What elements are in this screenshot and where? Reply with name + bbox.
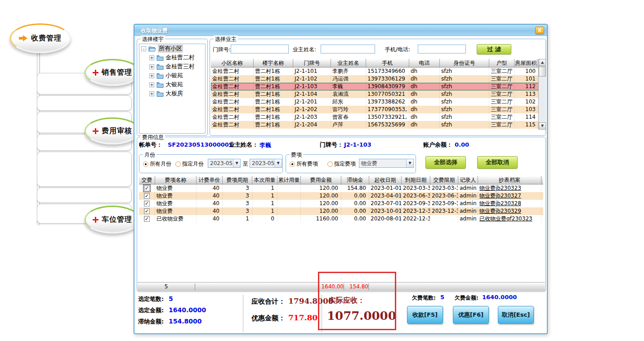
tree-expander[interactable]: + bbox=[149, 91, 154, 96]
cancel-button[interactable]: 取消[Esc] bbox=[498, 306, 534, 324]
pay-checkbox[interactable]: ✓ bbox=[144, 216, 150, 222]
owner-column-header[interactable]: 房屋面积 bbox=[514, 59, 537, 67]
owner-cell: dh bbox=[409, 90, 440, 98]
filter-button[interactable]: 过 滤 bbox=[477, 44, 511, 54]
owner-cell: J2-1-204 bbox=[293, 121, 331, 129]
discount-button[interactable]: 优惠[F6] bbox=[453, 306, 489, 324]
owner-row[interactable]: 金桂曹二村曹二村1栋J2-1-202雷巧玲17377090353, 158dhs… bbox=[211, 106, 546, 113]
fee-cell: 2023-03-31 bbox=[402, 184, 430, 192]
fee-column-header[interactable]: 到期日期 bbox=[402, 176, 430, 184]
tree-node[interactable]: +大板房 bbox=[139, 89, 205, 98]
nav-bubble-sales-management[interactable]: 销售管理 bbox=[85, 59, 140, 86]
tree-node[interactable]: +小银苑 bbox=[139, 71, 205, 80]
owner-column-header[interactable]: 业主姓名 bbox=[331, 59, 366, 67]
menu-rail bbox=[37, 188, 132, 203]
fee-column-header[interactable]: 累计用量 bbox=[277, 176, 301, 184]
fee-column-header[interactable]: 计费单价 bbox=[197, 176, 223, 184]
pay-checkbox[interactable]: ✓ bbox=[144, 185, 150, 191]
tree-node[interactable]: +大银苑 bbox=[139, 80, 205, 89]
tree-expander[interactable]: + bbox=[149, 82, 154, 87]
owner-row[interactable]: 金桂曹二村曹二村1栋J2-1-101李鹏齐15173349660dhsfzh三室… bbox=[211, 67, 546, 75]
owner-column-header[interactable]: 电话 bbox=[409, 59, 440, 67]
fee-column-header[interactable]: 记录人 bbox=[458, 176, 478, 184]
owner-row[interactable]: 金桂曹二村曹二村1栋J2-1-102冯运强13973306129dhsfzh三室… bbox=[211, 75, 546, 83]
fee-cell: 1160.00 bbox=[301, 215, 341, 223]
owner-column-header[interactable]: 楼宇名称 bbox=[254, 59, 293, 67]
status-count: 5 bbox=[138, 283, 195, 290]
nav-bubble-fee-audit[interactable]: 费用审核 bbox=[85, 117, 140, 144]
fee-row[interactable]: ✓物业费4031120.000.002023-07-012023-09-3020… bbox=[139, 200, 543, 207]
fee-cell: 2023-09-30 bbox=[402, 200, 430, 207]
owner-row[interactable]: 金桂曹二村曹二村1栋J2-1-104袁湘流13077050321dhsfzh三室… bbox=[211, 90, 546, 98]
nav-bubble-parking-management[interactable]: 车位管理 bbox=[85, 206, 140, 233]
owner-row[interactable]: 金桂曹二村曹二村1栋J2-1-203曾富春13507332921, 139dhs… bbox=[211, 113, 546, 121]
scrollbar-thumb[interactable] bbox=[539, 67, 546, 76]
owner-table-scrollbar[interactable]: ▲▼ bbox=[538, 59, 546, 130]
tree-node[interactable]: +金桂曹二村 bbox=[139, 53, 205, 62]
fee-column-header[interactable]: 费用金额 bbox=[301, 176, 341, 184]
all-items-radio[interactable]: 所有费项 bbox=[290, 160, 318, 168]
close-icon[interactable]: X bbox=[535, 27, 544, 34]
fee-column-header[interactable]: 起收日期 bbox=[369, 176, 402, 184]
fee-column-header[interactable]: 费项周期 bbox=[223, 176, 252, 184]
scroll-up-icon[interactable]: ▲ bbox=[539, 59, 546, 66]
fee-cell: 3 bbox=[223, 184, 252, 192]
specified-items-radio[interactable]: 指定费项 bbox=[327, 160, 356, 168]
folder-icon bbox=[157, 73, 164, 79]
tree-expander[interactable]: + bbox=[149, 55, 154, 60]
all-months-radio[interactable]: 所有月份 bbox=[143, 160, 171, 168]
tree-expander[interactable]: - bbox=[141, 46, 146, 51]
fee-cell: 40 bbox=[197, 192, 223, 200]
fee-cell bbox=[277, 207, 301, 215]
move-cross-icon bbox=[93, 70, 98, 76]
fee-item-select[interactable]: 物业费 ▼ bbox=[359, 159, 414, 168]
tree-node-root[interactable]: -所有小区 bbox=[139, 44, 205, 53]
pay-checkbox[interactable]: ✓ bbox=[144, 193, 150, 199]
pay-checkbox[interactable]: ✓ bbox=[144, 201, 150, 206]
scroll-down-icon[interactable]: ▼ bbox=[539, 122, 546, 130]
owner-row[interactable]: 金桂曹二村曹二村1栋J2-1-201邱东13973388262dhsfzh三室二… bbox=[211, 98, 546, 106]
collect-button[interactable]: 收款[F5] bbox=[407, 306, 443, 324]
fee-column-header[interactable]: 抄表档案 bbox=[478, 176, 541, 184]
fee-row[interactable]: ✓物业费4031120.00154.802023-01-012023-03-31… bbox=[139, 184, 543, 192]
select-all-button[interactable]: 全部选择 bbox=[425, 156, 466, 169]
tree-expander[interactable]: + bbox=[149, 73, 154, 78]
fee-column-header[interactable]: 交费限期 bbox=[430, 176, 458, 184]
owner-cell: 101 bbox=[514, 75, 537, 83]
owner-cell: 卢萍 bbox=[331, 121, 366, 129]
fee-cell: 3 bbox=[223, 200, 252, 207]
owner-cell: dh bbox=[409, 75, 440, 83]
fee-column-header[interactable]: 本次用量 bbox=[252, 176, 277, 184]
owner-cell: 112 bbox=[514, 83, 537, 90]
fee-row[interactable]: ✓物业费4031120.000.002023-04-012023-06-3020… bbox=[139, 192, 543, 200]
fee-column-header[interactable]: 交费 bbox=[139, 176, 155, 184]
month-to-select[interactable]: 2023-05 ▼ bbox=[250, 159, 282, 168]
cancel-all-button[interactable]: 全部取消 bbox=[477, 156, 518, 169]
arrears-count-value: 5 bbox=[440, 294, 444, 301]
fee-column-header[interactable]: 滞纳金 bbox=[341, 176, 369, 184]
fee-row[interactable]: ✓物业费4031120.000.002023-10-012023-12-3120… bbox=[139, 207, 543, 215]
owner-cell: 曹二村1栋 bbox=[254, 83, 293, 90]
owner-cell: J2-1-203 bbox=[293, 113, 331, 121]
fee-column-header[interactable]: 费项名称 bbox=[155, 176, 197, 184]
owner-column-header[interactable]: 户型 bbox=[489, 59, 514, 67]
tree-expander[interactable]: + bbox=[149, 64, 154, 69]
fee-cell: 2023-10-01 bbox=[369, 207, 402, 215]
owner-name-filter-input[interactable] bbox=[321, 45, 375, 54]
owner-column-header[interactable]: 身份证号 bbox=[440, 59, 489, 67]
fee-row[interactable]: ✓已收物业费40101160.000.002020-08-012022-12-3… bbox=[139, 215, 543, 223]
specified-months-radio[interactable]: 指定月份 bbox=[175, 160, 204, 168]
owner-column-header[interactable]: 门牌号 bbox=[293, 59, 331, 67]
owner-row[interactable]: 金桂曹二村曹二村1栋J2-1-103李巍13908430979dhsfzh三室二… bbox=[211, 83, 546, 90]
phone-filter-input[interactable] bbox=[418, 45, 466, 54]
nav-bubble-fee-management[interactable]: 收费管理 bbox=[10, 23, 71, 53]
fee-check-cell: ✓ bbox=[139, 192, 155, 200]
pay-checkbox[interactable]: ✓ bbox=[144, 208, 150, 214]
owner-row[interactable]: 金桂曹二村曹二村1栋J2-1-204卢萍15675325699dhsfzh三室二… bbox=[211, 121, 546, 129]
door-filter-input[interactable] bbox=[231, 45, 289, 54]
tree-node-label: 金桂曹二村 bbox=[165, 54, 195, 62]
tree-node[interactable]: +金桂曹三村 bbox=[139, 62, 205, 71]
month-from-select[interactable]: 2023-05 ▼ bbox=[208, 159, 241, 168]
owner-column-header[interactable]: 小区名称 bbox=[211, 59, 254, 67]
owner-column-header[interactable]: 手机 bbox=[366, 59, 409, 67]
